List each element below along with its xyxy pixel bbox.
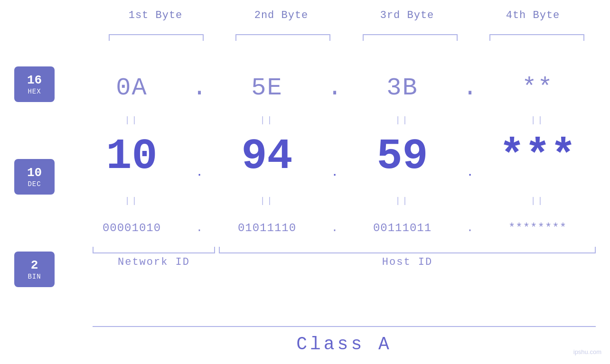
- hex-row: 0A . 5E . 3B . **: [74, 69, 596, 107]
- dec-base-box: 10 DEC: [14, 159, 55, 195]
- eq-2-3: ||: [344, 196, 460, 205]
- dec-dot-1: .: [190, 126, 209, 187]
- dec-dot-span-1: .: [196, 167, 202, 179]
- hex-value-4: **: [522, 74, 553, 102]
- network-id-label: Network ID: [93, 256, 215, 268]
- main-container: 1st Byte 2nd Byte 3rd Byte 4th Byte 16 H…: [0, 0, 610, 364]
- bin-dot-2: .: [325, 222, 344, 234]
- bin-base-name: BIN: [28, 273, 41, 280]
- dec-cell-3: 59: [344, 132, 460, 181]
- hex-base-box: 16 HEX: [14, 66, 55, 102]
- hex-cell-4: **: [479, 74, 596, 102]
- hex-base-number: 16: [27, 73, 42, 88]
- byte-header-4: 4th Byte: [470, 9, 596, 21]
- hex-base-name: HEX: [28, 88, 41, 95]
- hex-cell-1: 0A: [74, 74, 190, 102]
- eq-2-1: ||: [74, 196, 190, 205]
- bin-row: 00001010 . 01011110 . 00111011 . *******…: [74, 211, 596, 244]
- bin-dot-span-1: .: [196, 222, 203, 234]
- eq-2-4: ||: [479, 196, 596, 205]
- hex-value-2: 5E: [251, 74, 282, 102]
- bin-value-4: ********: [508, 222, 567, 234]
- bracket-4: [489, 34, 584, 41]
- eq-1-1: ||: [74, 115, 190, 125]
- byte-header-2: 2nd Byte: [218, 9, 344, 21]
- byte-header-3: 3rd Byte: [344, 9, 470, 21]
- bin-value-3: 00111011: [373, 222, 432, 234]
- bracket-3: [363, 34, 458, 41]
- bracket-line-4: [489, 34, 584, 41]
- dec-value-3: 59: [376, 132, 428, 181]
- dec-value-4: ***: [499, 132, 576, 181]
- bin-value-1: 00001010: [103, 222, 161, 234]
- dec-value-2: 94: [241, 132, 292, 181]
- dec-base-number: 10: [27, 166, 42, 180]
- bracket-line-3: [363, 34, 458, 41]
- hex-dot-3: .: [460, 74, 479, 102]
- bin-base-box: 2 BIN: [14, 252, 55, 287]
- dec-cell-1: 10: [74, 132, 190, 181]
- bin-cell-2: 01011110: [209, 222, 325, 234]
- hex-value-3: 3B: [386, 74, 418, 102]
- class-label: Class A: [296, 334, 392, 355]
- bin-cell-1: 00001010: [74, 222, 190, 234]
- base-labels: 16 HEX 10 DEC 2 BIN: [14, 66, 55, 287]
- hex-dot-span-1: .: [192, 74, 206, 102]
- bin-value-2: 01011110: [238, 222, 296, 234]
- top-brackets: [93, 34, 601, 41]
- bracket-line-2: [235, 34, 330, 41]
- id-labels-row: Network ID Host ID: [93, 256, 596, 268]
- dec-dot-2: .: [325, 126, 344, 187]
- byte-headers: 1st Byte 2nd Byte 3rd Byte 4th Byte: [93, 9, 596, 21]
- class-label-container: Class A: [93, 326, 596, 355]
- eq-1-2: ||: [209, 115, 325, 125]
- dec-cell-4: ***: [479, 132, 596, 181]
- eq-1-4: ||: [479, 115, 596, 125]
- bin-base-number: 2: [31, 258, 38, 273]
- bin-cell-4: ********: [479, 222, 596, 234]
- bottom-brackets: [93, 247, 596, 253]
- dec-dot-span-3: .: [467, 167, 473, 179]
- dec-base-name: DEC: [28, 180, 41, 188]
- host-id-bracket: [219, 247, 596, 253]
- dec-row: 10 . 94 . 59 . ***: [74, 126, 596, 187]
- dec-cell-2: 94: [209, 132, 325, 181]
- bracket-line-1: [109, 34, 204, 41]
- bin-dot-3: .: [460, 222, 479, 234]
- bracket-2: [235, 34, 330, 41]
- dec-dot-span-2: .: [331, 167, 338, 179]
- bin-dot-span-3: .: [467, 222, 473, 234]
- hex-dot-2: .: [325, 74, 344, 102]
- network-id-bracket: [93, 247, 215, 253]
- dec-dot-3: .: [460, 126, 479, 187]
- hex-cell-3: 3B: [344, 74, 460, 102]
- hex-dot-1: .: [190, 74, 209, 102]
- hex-cell-2: 5E: [209, 74, 325, 102]
- bin-dot-1: .: [190, 222, 209, 234]
- dec-value-1: 10: [106, 132, 157, 181]
- host-id-label: Host ID: [219, 256, 596, 268]
- watermark: ipshu.com: [573, 348, 601, 355]
- class-row: Class A: [93, 326, 596, 355]
- hex-value-1: 0A: [116, 74, 147, 102]
- bracket-1: [109, 34, 204, 41]
- eq-1-3: ||: [344, 115, 460, 125]
- bin-cell-3: 00111011: [344, 222, 460, 234]
- equals-row-2: || || || ||: [74, 192, 596, 209]
- hex-dot-span-3: .: [462, 74, 477, 102]
- bin-dot-span-2: .: [331, 222, 338, 234]
- hex-dot-span-2: .: [327, 74, 342, 102]
- byte-header-1: 1st Byte: [93, 9, 218, 21]
- eq-2-2: ||: [209, 196, 325, 205]
